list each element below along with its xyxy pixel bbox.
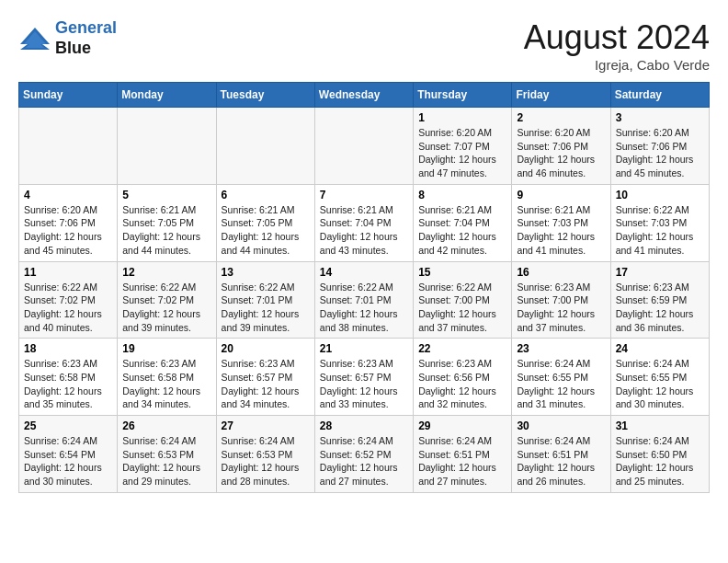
day-info: Sunrise: 6:20 AMSunset: 7:06 PMDaylight:… [24,203,112,258]
day-number: 8 [418,189,506,201]
col-header-monday: Monday [118,83,216,108]
day-cell: 19Sunrise: 6:23 AMSunset: 6:58 PMDayligh… [118,339,216,416]
day-cell [314,108,413,185]
day-cell: 12Sunrise: 6:22 AMSunset: 7:02 PMDayligh… [118,261,216,339]
day-cell: 11Sunrise: 6:22 AMSunset: 7:02 PMDayligh… [19,261,118,339]
day-cell: 14Sunrise: 6:22 AMSunset: 7:01 PMDayligh… [314,261,413,339]
day-info: Sunrise: 6:21 AMSunset: 7:03 PMDaylight:… [517,203,605,258]
day-number: 23 [517,342,605,355]
day-cell [19,108,118,185]
day-info: Sunrise: 6:20 AMSunset: 7:07 PMDaylight:… [418,126,506,180]
day-info: Sunrise: 6:23 AMSunset: 6:58 PMDaylight:… [122,357,210,411]
day-info: Sunrise: 6:22 AMSunset: 7:02 PMDaylight:… [24,281,112,335]
day-number: 4 [24,189,112,201]
day-number: 27 [222,419,310,432]
day-cell: 15Sunrise: 6:22 AMSunset: 7:00 PMDayligh… [414,261,512,339]
col-header-saturday: Saturday [610,83,709,108]
title-block: August 2024 Igreja, Cabo Verde [524,18,710,73]
logo-icon [18,26,51,52]
day-info: Sunrise: 6:20 AMSunset: 7:06 PMDaylight:… [616,126,704,180]
week-row-4: 18Sunrise: 6:23 AMSunset: 6:58 PMDayligh… [19,339,710,416]
col-header-thursday: Thursday [414,83,512,108]
day-cell: 31Sunrise: 6:24 AMSunset: 6:50 PMDayligh… [610,416,709,493]
day-number: 16 [517,266,605,279]
col-header-sunday: Sunday [19,83,118,108]
day-number: 25 [24,419,112,432]
logo-line2: Blue [55,39,117,59]
day-cell: 18Sunrise: 6:23 AMSunset: 6:58 PMDayligh… [19,339,118,416]
day-cell: 17Sunrise: 6:23 AMSunset: 6:59 PMDayligh… [610,261,709,339]
day-number: 21 [320,342,408,355]
day-cell: 26Sunrise: 6:24 AMSunset: 6:53 PMDayligh… [118,416,216,493]
logo-line1: General [55,18,117,37]
day-cell: 4Sunrise: 6:20 AMSunset: 7:06 PMDaylight… [19,184,118,261]
day-cell: 24Sunrise: 6:24 AMSunset: 6:55 PMDayligh… [610,339,709,416]
day-number: 18 [24,342,112,355]
day-cell: 9Sunrise: 6:21 AMSunset: 7:03 PMDaylight… [512,184,610,261]
day-info: Sunrise: 6:20 AMSunset: 7:06 PMDaylight:… [517,126,605,180]
day-number: 6 [222,189,310,201]
day-info: Sunrise: 6:21 AMSunset: 7:04 PMDaylight:… [418,203,506,258]
day-info: Sunrise: 6:24 AMSunset: 6:50 PMDaylight:… [616,434,704,488]
page-header: General Blue August 2024 Igreja, Cabo Ve… [18,18,710,73]
day-cell: 6Sunrise: 6:21 AMSunset: 7:05 PMDaylight… [216,184,314,261]
header-row: SundayMondayTuesdayWednesdayThursdayFrid… [19,83,710,108]
day-info: Sunrise: 6:21 AMSunset: 7:04 PMDaylight:… [320,203,408,258]
day-info: Sunrise: 6:22 AMSunset: 7:01 PMDaylight:… [222,281,310,335]
day-number: 10 [616,189,704,201]
day-info: Sunrise: 6:24 AMSunset: 6:52 PMDaylight:… [320,434,408,488]
day-number: 15 [418,266,506,279]
day-cell: 13Sunrise: 6:22 AMSunset: 7:01 PMDayligh… [216,261,314,339]
day-cell: 20Sunrise: 6:23 AMSunset: 6:57 PMDayligh… [216,339,314,416]
day-number: 19 [122,342,210,355]
day-cell: 7Sunrise: 6:21 AMSunset: 7:04 PMDaylight… [314,184,413,261]
day-cell: 28Sunrise: 6:24 AMSunset: 6:52 PMDayligh… [314,416,413,493]
col-header-tuesday: Tuesday [216,83,314,108]
week-row-2: 4Sunrise: 6:20 AMSunset: 7:06 PMDaylight… [19,184,710,261]
day-cell [216,108,314,185]
day-info: Sunrise: 6:24 AMSunset: 6:51 PMDaylight:… [517,434,605,488]
day-info: Sunrise: 6:24 AMSunset: 6:51 PMDaylight:… [418,434,506,488]
day-info: Sunrise: 6:23 AMSunset: 6:56 PMDaylight:… [418,357,506,411]
day-cell: 16Sunrise: 6:23 AMSunset: 7:00 PMDayligh… [512,261,610,339]
day-info: Sunrise: 6:22 AMSunset: 7:00 PMDaylight:… [418,281,506,335]
day-number: 22 [418,342,506,355]
week-row-3: 11Sunrise: 6:22 AMSunset: 7:02 PMDayligh… [19,261,710,339]
day-info: Sunrise: 6:24 AMSunset: 6:54 PMDaylight:… [24,434,112,488]
day-info: Sunrise: 6:21 AMSunset: 7:05 PMDaylight:… [222,203,310,258]
day-number: 3 [616,111,704,124]
day-number: 5 [122,189,210,201]
day-cell: 22Sunrise: 6:23 AMSunset: 6:56 PMDayligh… [414,339,512,416]
day-number: 17 [616,266,704,279]
day-info: Sunrise: 6:23 AMSunset: 6:57 PMDaylight:… [320,357,408,411]
location-subtitle: Igreja, Cabo Verde [524,57,710,73]
day-number: 7 [320,189,408,201]
day-number: 14 [320,266,408,279]
day-info: Sunrise: 6:24 AMSunset: 6:53 PMDaylight:… [222,434,310,488]
day-number: 30 [517,419,605,432]
day-info: Sunrise: 6:24 AMSunset: 6:55 PMDaylight:… [517,357,605,411]
calendar-table: SundayMondayTuesdayWednesdayThursdayFrid… [18,82,710,493]
col-header-friday: Friday [512,83,610,108]
day-number: 24 [616,342,704,355]
month-title: August 2024 [524,18,710,57]
day-cell: 2Sunrise: 6:20 AMSunset: 7:06 PMDaylight… [512,108,610,185]
day-number: 13 [222,266,310,279]
day-number: 2 [517,111,605,124]
day-info: Sunrise: 6:23 AMSunset: 6:58 PMDaylight:… [24,357,112,411]
day-cell: 21Sunrise: 6:23 AMSunset: 6:57 PMDayligh… [314,339,413,416]
day-info: Sunrise: 6:23 AMSunset: 7:00 PMDaylight:… [517,281,605,335]
day-cell: 30Sunrise: 6:24 AMSunset: 6:51 PMDayligh… [512,416,610,493]
logo: General Blue [18,18,117,58]
day-info: Sunrise: 6:24 AMSunset: 6:55 PMDaylight:… [616,357,704,411]
day-cell: 5Sunrise: 6:21 AMSunset: 7:05 PMDaylight… [118,184,216,261]
day-cell: 3Sunrise: 6:20 AMSunset: 7:06 PMDaylight… [610,108,709,185]
day-info: Sunrise: 6:21 AMSunset: 7:05 PMDaylight:… [122,203,210,258]
week-row-5: 25Sunrise: 6:24 AMSunset: 6:54 PMDayligh… [19,416,710,493]
day-info: Sunrise: 6:22 AMSunset: 7:03 PMDaylight:… [616,203,704,258]
day-info: Sunrise: 6:22 AMSunset: 7:01 PMDaylight:… [320,281,408,335]
col-header-wednesday: Wednesday [314,83,413,108]
calendar-body: 1Sunrise: 6:20 AMSunset: 7:07 PMDaylight… [19,108,710,493]
day-number: 11 [24,266,112,279]
day-number: 12 [122,266,210,279]
